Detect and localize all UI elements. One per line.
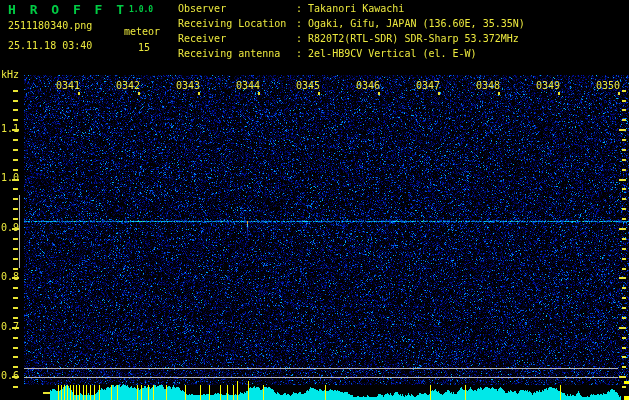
info-row-receiver: Receiver: R820T2(RTL-SDR) SDR-Sharp 53.3…: [178, 34, 519, 44]
time-tick-label: 0343: [173, 81, 203, 91]
time-tick-label: 0341: [53, 81, 83, 91]
info-value: Takanori Kawachi: [308, 3, 404, 14]
info-separator: :: [296, 3, 302, 14]
datetime-label: 25.11.18 03:40: [8, 41, 92, 51]
info-value: 2el-HB9CV Vertical (el. E-W): [308, 48, 477, 59]
info-separator: :: [296, 48, 302, 59]
time-tick-label: 0344: [233, 81, 263, 91]
time-tick-label: 0346: [353, 81, 383, 91]
time-tick-label: 0349: [533, 81, 563, 91]
freq-axis-unit: kHz: [1, 70, 19, 80]
info-row-antenna: Receiving antenna: 2el-HB9CV Vertical (e…: [178, 49, 477, 59]
app-title: H R O F F T: [8, 3, 127, 16]
freq-tick-label: 0.9: [0, 223, 19, 233]
echo-count: 15: [138, 43, 150, 53]
spectrogram-canvas: [0, 0, 629, 400]
mode-label: meteor: [124, 27, 160, 37]
info-separator: :: [296, 18, 302, 29]
freq-tick-label: 0.8: [0, 272, 19, 282]
time-tick-label: 0348: [473, 81, 503, 91]
time-tick-label: 0345: [293, 81, 323, 91]
freq-tick-label: 1.1: [0, 124, 19, 134]
info-value: R820T2(RTL-SDR) SDR-Sharp 53.372MHz: [308, 33, 519, 44]
time-tick-label: 0350: [593, 81, 623, 91]
info-separator: :: [296, 33, 302, 44]
freq-tick-label: 1.0: [0, 173, 19, 183]
info-row-observer: Observer: Takanori Kawachi: [178, 4, 404, 14]
info-value: Ogaki, Gifu, JAPAN (136.60E, 35.35N): [308, 18, 525, 29]
info-row-location: Receiving Location: Ogaki, Gifu, JAPAN (…: [178, 19, 525, 29]
output-filename: 2511180340.png: [8, 21, 92, 31]
freq-tick-label: 0.7: [0, 322, 19, 332]
info-label: Receiving Location: [178, 19, 296, 29]
hrofft-output-window: H R O F F T 1.0.0 2511180340.png meteor …: [0, 0, 629, 400]
time-tick-label: 0347: [413, 81, 443, 91]
freq-tick-label: 0.6: [0, 371, 19, 381]
info-label: Receiving antenna: [178, 49, 296, 59]
time-tick-label: 0342: [113, 81, 143, 91]
info-label: Receiver: [178, 34, 296, 44]
info-label: Observer: [178, 4, 296, 14]
app-version: 1.0.0: [129, 6, 153, 14]
